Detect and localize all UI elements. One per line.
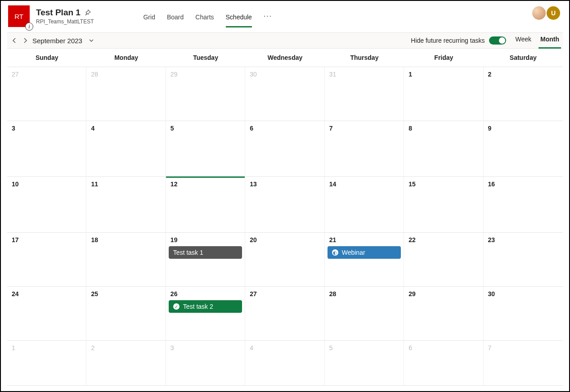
month-dropdown-icon[interactable]	[86, 35, 97, 46]
calendar-cell[interactable]: 14	[325, 177, 404, 233]
calendar-cell[interactable]: 4	[86, 121, 166, 177]
day-number: 7	[488, 344, 558, 351]
calendar-cell[interactable]: 5	[325, 341, 404, 386]
current-month-label[interactable]: September 2023	[32, 37, 82, 45]
calendar-cell[interactable]: 1	[7, 341, 86, 386]
day-number: 9	[488, 125, 558, 132]
day-number: 10	[12, 180, 81, 188]
calendar-cell[interactable]: 26✓Test task 2	[166, 287, 245, 341]
day-number: 28	[329, 290, 399, 297]
plan-avatar: RT i	[8, 5, 30, 27]
day-number: 2	[91, 344, 161, 351]
calendar-cell[interactable]: 24	[7, 287, 86, 341]
calendar-cell[interactable]: 4	[245, 341, 324, 386]
plan-subtitle: RPI_Teams_MattLTEST	[36, 18, 94, 25]
calendar-toolbar: September 2023 Hide future recurring tas…	[7, 32, 563, 49]
calendar-cell[interactable]: 28	[325, 287, 404, 341]
calendar-cell[interactable]: 20	[245, 233, 324, 287]
calendar-cell[interactable]: 7	[484, 341, 563, 386]
calendar-cell[interactable]: 1	[404, 67, 483, 121]
calendar-cell[interactable]: 30	[245, 67, 324, 121]
day-number: 12	[171, 180, 240, 188]
day-number: 27	[12, 71, 81, 78]
calendar-cell[interactable]: 8	[404, 121, 483, 177]
calendar-cell[interactable]: 29	[166, 67, 245, 121]
day-number: 6	[408, 344, 478, 351]
prev-month-button[interactable]	[9, 35, 20, 46]
calendar-cell[interactable]: 31	[325, 67, 404, 121]
task-chip[interactable]: Test task 1	[169, 246, 242, 259]
calendar-cell[interactable]: 13	[245, 177, 324, 233]
day-number: 29	[171, 71, 240, 78]
calendar-cell[interactable]: 6	[245, 121, 324, 177]
calendar-cell[interactable]: 28	[86, 67, 166, 121]
avatar-user-photo[interactable]	[532, 6, 546, 20]
day-number: 4	[250, 344, 319, 351]
tab-schedule[interactable]: Schedule	[226, 11, 252, 27]
tab-grid[interactable]: Grid	[143, 11, 155, 27]
calendar-cell[interactable]: 2	[484, 67, 563, 121]
calendar-cell[interactable]: 19Test task 1	[166, 233, 245, 287]
progress-icon: ◐	[332, 249, 338, 256]
weekday-fri: Friday	[404, 49, 483, 67]
calendar-cell[interactable]: 21◐Webinar	[325, 233, 404, 287]
calendar-cell[interactable]: 12	[166, 177, 245, 233]
app-header: RT i Test Plan 1 RPI_Teams_MattLTEST Gri…	[1, 1, 569, 32]
weekday-mon: Monday	[86, 49, 166, 67]
day-number: 19	[171, 236, 240, 243]
day-number: 3	[171, 344, 240, 351]
calendar-cell[interactable]: 29	[404, 287, 483, 341]
calendar-cell[interactable]: 10	[7, 177, 86, 233]
calendar-cell[interactable]: 9	[484, 121, 563, 177]
calendar-cell[interactable]: 11	[86, 177, 166, 233]
view-month-button[interactable]: Month	[539, 33, 561, 49]
weekday-thu: Thursday	[325, 49, 404, 67]
title-block: Test Plan 1 RPI_Teams_MattLTEST	[36, 8, 94, 25]
more-tabs-icon[interactable]: ···	[264, 12, 272, 20]
calendar-cell[interactable]: 3	[166, 341, 245, 386]
pin-icon[interactable]	[84, 9, 91, 16]
next-month-button[interactable]	[20, 35, 31, 46]
day-number: 28	[91, 71, 161, 78]
day-number: 3	[12, 125, 81, 132]
view-week-button[interactable]: Week	[513, 33, 533, 49]
day-number: 7	[329, 125, 399, 132]
tab-charts[interactable]: Charts	[195, 11, 214, 27]
calendar-cell[interactable]: 2	[86, 341, 166, 386]
day-number: 1	[408, 71, 478, 78]
day-number: 30	[250, 71, 319, 78]
calendar-cell[interactable]: 17	[7, 233, 86, 287]
calendar-cell[interactable]: 25	[86, 287, 166, 341]
calendar-cell[interactable]: 7	[325, 121, 404, 177]
weekday-sat: Saturday	[484, 49, 563, 67]
calendar-cell[interactable]: 16	[484, 177, 563, 233]
task-chip[interactable]: ◐Webinar	[328, 246, 401, 259]
calendar-cell[interactable]: 27	[245, 287, 324, 341]
calendar-cell[interactable]: 30	[484, 287, 563, 341]
day-number: 17	[12, 236, 81, 243]
calendar-cell[interactable]: 18	[86, 233, 166, 287]
avatar-user-initial[interactable]: U	[547, 6, 560, 20]
day-number: 4	[91, 125, 161, 132]
day-number: 6	[250, 125, 319, 132]
calendar-cell[interactable]: 27	[7, 67, 86, 121]
tab-board[interactable]: Board	[167, 11, 184, 27]
weekday-header: Sunday Monday Tuesday Wednesday Thursday…	[7, 49, 563, 67]
day-number: 5	[171, 125, 240, 132]
hide-recurring-toggle[interactable]	[489, 36, 506, 45]
day-number: 11	[91, 180, 161, 188]
info-icon[interactable]: i	[25, 23, 33, 31]
calendar-cell[interactable]: 22	[404, 233, 483, 287]
day-number: 26	[171, 290, 240, 297]
task-chip[interactable]: ✓Test task 2	[169, 300, 242, 313]
day-number: 21	[329, 236, 399, 243]
calendar-cell[interactable]: 3	[7, 121, 86, 177]
calendar-cell[interactable]: 6	[404, 341, 483, 386]
day-number: 20	[250, 236, 319, 243]
calendar-cell[interactable]: 5	[166, 121, 245, 177]
calendar-cell[interactable]: 23	[484, 233, 563, 287]
weekday-sun: Sunday	[7, 49, 86, 67]
calendar-grid: 272829303112345678910111213141516171819T…	[7, 67, 563, 386]
calendar-cell[interactable]: 15	[404, 177, 483, 233]
checkmark-icon: ✓	[173, 303, 180, 310]
